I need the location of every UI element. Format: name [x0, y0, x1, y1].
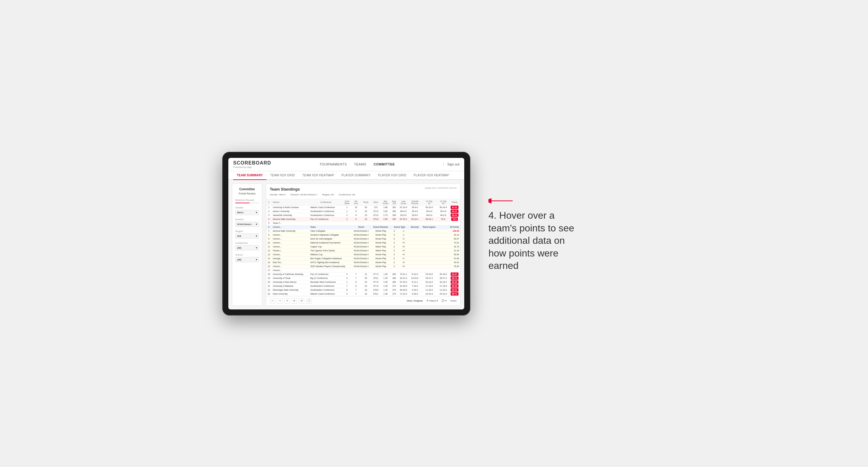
tablet-screen: SCOREBOARD Powered by clipp TOURNAMENTS …: [228, 158, 464, 309]
event-row: 10 Univers... National Invitational Tour…: [266, 241, 460, 245]
table-row: 21 University of Alabama Southeastern Co…: [266, 284, 460, 288]
standings-title: Team Standings: [270, 187, 300, 191]
sign-out-button[interactable]: Sign out: [443, 162, 459, 166]
filter-school: School (All) ▾: [235, 253, 259, 262]
event-section-header: 6 Univers... Team Event Event Division E…: [266, 225, 460, 229]
region-select[interactable]: N/A ▾: [235, 234, 259, 239]
tab-team-summary[interactable]: TEAM SUMMARY: [233, 171, 267, 180]
undo-button[interactable]: ↩: [270, 298, 275, 304]
red-arrow-icon: [489, 195, 513, 207]
col-wins: Wins: [371, 199, 380, 206]
filter-min-rounds-label: Minimum Rounds: [235, 199, 259, 201]
tab-player-summary[interactable]: PLAYER SUMMARY: [338, 171, 374, 179]
table-row: 23 Duke University Atlantic Coast Confer…: [266, 292, 460, 296]
event-row: 15 East Tec... OFCC Fighting Illini Invi…: [266, 260, 460, 264]
app-logo-sub: Powered by clipp: [233, 166, 271, 168]
settings-button[interactable]: ⚙: [299, 298, 304, 304]
chevron-down-icon: ▾: [256, 247, 257, 249]
filter-division: Division NCAA Division I ▾: [235, 218, 259, 227]
col-conference: Conference: [309, 199, 343, 206]
division-select[interactable]: NCAA Division I ▾: [235, 222, 259, 227]
app-header: SCOREBOARD Powered by clipp TOURNAMENTS …: [228, 158, 464, 171]
main-content: Committee Portal Review Minimum Rounds G…: [228, 180, 464, 309]
filter-division-label: Division: [235, 218, 259, 221]
standings-header: Team Standings Update time: 13/03/2024 1…: [266, 184, 460, 199]
filter-region: Region N/A ▾: [235, 230, 259, 239]
filter-min-rounds: Minimum Rounds: [235, 199, 259, 203]
event-row: 9 Univers... Amer An Intercollegiate NCA…: [266, 237, 460, 241]
toolbar-left: ↩ ↪ ↺ ⧉ ⚙ 🕐: [270, 298, 311, 304]
chevron-down-icon: ▾: [256, 211, 257, 214]
tab-player-h2h-heatmap[interactable]: PLAYER H2H HEATMAP: [410, 171, 453, 179]
meta-region: Region: All: [322, 193, 334, 196]
view-toggle[interactable]: View: Original: [406, 300, 423, 302]
event-row: 16 Univers... 2023 Sahalee Players Champ…: [266, 264, 460, 268]
nav-tournaments[interactable]: TOURNAMENTS: [320, 162, 347, 166]
feedback-button[interactable]: 💬 ▾: [441, 300, 446, 302]
update-time: Update time: 13/03/2024 10:03:42: [425, 187, 457, 189]
annotation-text: 4. Hover over a team's points to see add…: [489, 209, 585, 272]
event-row: 13 Univers... Williams Cup NCAA Division…: [266, 253, 460, 256]
nav-teams[interactable]: TEAMS: [354, 162, 366, 166]
col-conf-rank: ConfRank: [343, 199, 351, 206]
filter-gender-label: Gender: [235, 206, 259, 209]
standings-scroll[interactable]: # School Conference ConfRank NoTour Rnds…: [266, 199, 460, 296]
chevron-down-icon: ▾: [256, 235, 257, 238]
logo-area: SCOREBOARD Powered by clipp: [233, 160, 271, 168]
tab-team-h2h-heatmap[interactable]: TEAM H2H HEATMAP: [299, 171, 338, 179]
event-row: 12 Florida I... The Cypress Point Classi…: [266, 249, 460, 253]
left-panel: Committee Portal Review Minimum Rounds G…: [232, 184, 262, 306]
event-row: 11 Univers... Copper Cup NCAA Division I…: [266, 245, 460, 249]
tab-player-h2h-grid[interactable]: PLAYER H2H GRID: [374, 171, 410, 179]
filter-region-label: Region: [235, 230, 259, 232]
filter-gender: Gender Men's ▾: [235, 206, 259, 215]
share-button[interactable]: Share: [450, 300, 457, 302]
table-row: 22 Mississippi State University Southeas…: [266, 288, 460, 292]
meta-division: Division: NCAA Division I: [290, 193, 317, 196]
conference-select[interactable]: (All) ▾: [235, 245, 259, 250]
col-rank: #: [266, 199, 272, 206]
tablet-device: SCOREBOARD Powered by clipp TOURNAMENTS …: [222, 152, 470, 315]
toolbar-right: View: Original 👁 Watch ▾ 💬 ▾ Share: [406, 300, 457, 302]
table-row: 5 Texas T...: [266, 221, 460, 225]
table-row: 2 Auburn University Southeastern Confere…: [266, 209, 460, 213]
refresh-button[interactable]: ↺: [284, 298, 290, 304]
col-low-score: LowScore: [398, 199, 409, 206]
col-no-tour: NoTour: [351, 199, 361, 206]
app-logo: SCOREBOARD: [233, 160, 271, 166]
col-vs25: Vs Top25: [421, 199, 438, 206]
annotation-container: 4. Hover over a team's points to see add…: [489, 195, 585, 272]
col-vs50: Vs Top50: [438, 199, 449, 206]
clock-button[interactable]: 🕐: [306, 298, 311, 304]
tab-team-h2h-grid[interactable]: TEAM H2H GRID: [267, 171, 299, 179]
redo-button[interactable]: ↪: [277, 298, 282, 304]
main-nav: TOURNAMENTS TEAMS COMMITTEE: [320, 162, 395, 166]
portal-title: Committee: [235, 188, 259, 191]
event-row: 14 Georgia Ben Hogan Collegiate Invitati…: [266, 256, 460, 260]
filter-conference: Conference (All) ▾: [235, 242, 259, 250]
table-header: # School Conference ConfRank NoTour Rnds…: [266, 199, 460, 206]
table-row: 3 Vanderbilt University Southeastern Con…: [266, 213, 460, 217]
table-row: 17 Univers...: [266, 268, 460, 272]
copy-button[interactable]: ⧉: [291, 298, 297, 304]
meta-conference: Conference: All: [338, 193, 355, 196]
nav-committee[interactable]: COMMITTEE: [373, 162, 395, 166]
meta-gender: Gender: Men's: [270, 193, 285, 196]
standings-table: # School Conference ConfRank NoTour Rnds…: [266, 199, 460, 296]
event-row: 8 Univers... Southern Highlands Collegia…: [266, 233, 460, 237]
table-row: 1 University of North Carolina Atlantic …: [266, 206, 460, 209]
col-school: School: [272, 199, 309, 206]
filter-conference-label: Conference: [235, 242, 259, 244]
min-rounds-slider[interactable]: [235, 203, 259, 203]
standings-panel: Team Standings Update time: 13/03/2024 1…: [266, 184, 461, 306]
gender-select[interactable]: Men's ▾: [235, 210, 259, 215]
chevron-down-icon: ▾: [256, 258, 257, 261]
sub-nav: TEAM SUMMARY TEAM H2H GRID TEAM H2H HEAT…: [228, 171, 464, 180]
school-select[interactable]: (All) ▾: [235, 257, 259, 262]
toolbar: ↩ ↪ ↺ ⧉ ⚙ 🕐 View: Original 👁 Watch ▾: [266, 296, 460, 306]
watch-button[interactable]: 👁 Watch ▾: [427, 300, 438, 302]
col-adj-score: Adj.Score: [380, 199, 390, 206]
portal-subtitle: Portal Review: [235, 192, 259, 195]
event-row: 7 Arizona State University Cabo Collegia…: [266, 229, 460, 233]
table-row: 18 University of California, Berkeley Pa…: [266, 272, 460, 276]
